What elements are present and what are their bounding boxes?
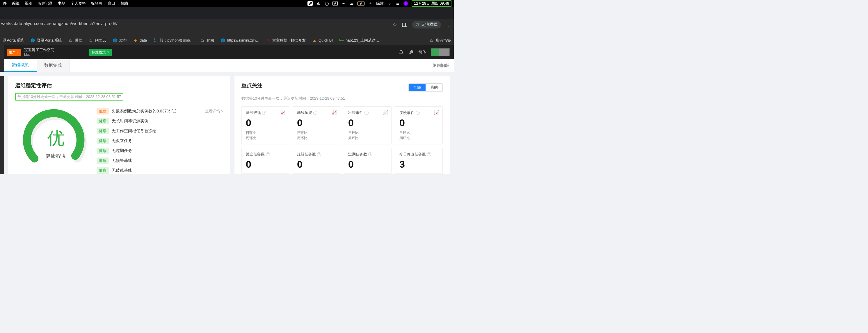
bookmark-hao123[interactable]: haohao123_上网从这… xyxy=(339,38,379,43)
health-gauge: 优 健康程度 xyxy=(22,106,89,164)
help-icon[interactable]: ? xyxy=(365,111,369,115)
sidebar-collapse-stub[interactable] xyxy=(0,45,4,59)
workspace-name[interactable]: 宝宝馋了工作空间 bbcl xyxy=(24,48,54,57)
bookmark-portal1[interactable]: 录Portal系统 xyxy=(3,38,24,43)
folder-icon: 🗀 xyxy=(89,38,93,43)
system-clock[interactable]: 12月28日 周四 09:48 xyxy=(412,0,452,7)
toggle-mine[interactable]: 我的 xyxy=(426,84,442,91)
incognito-icon: ⚆ xyxy=(416,22,420,27)
tray-battery-icon[interactable]: ⚡ xyxy=(358,1,365,6)
tray-siri-icon[interactable] xyxy=(403,1,408,6)
bookmark-alimini[interactable]: 🌐https://alimini.zjlh… xyxy=(220,38,259,43)
row-text: 无工作空间根任务被冻结 xyxy=(112,128,156,134)
env-tag-prod: 生产 ↑↓ xyxy=(7,49,21,56)
tray-wifi-icon[interactable]: ⌔ xyxy=(368,1,373,6)
tray-search-icon[interactable]: ⌕ xyxy=(387,1,392,6)
stability-row: 健康无长时间等资源实例 xyxy=(97,116,223,126)
card-value: 3 xyxy=(399,159,438,170)
stability-row: 健康无工作空间根任务被冻结 xyxy=(97,126,223,136)
bookmark-portal2[interactable]: 🌐登录Portal系统 xyxy=(31,38,62,43)
card-frozen-tasks[interactable]: 冻结任务数? 0 xyxy=(292,148,340,174)
help-icon[interactable]: ? xyxy=(368,152,372,156)
tray-icon-w[interactable]: W xyxy=(307,1,313,6)
chart-icon[interactable]: 📈 xyxy=(383,110,388,115)
menu-edit[interactable]: 编辑 xyxy=(12,1,20,6)
settings-icon[interactable] xyxy=(408,50,414,55)
chart-icon[interactable]: 📈 xyxy=(280,110,285,115)
help-icon[interactable]: ? xyxy=(313,111,317,115)
chart-icon[interactable]: 📈 xyxy=(332,110,337,115)
card-error-events[interactable]: 出错事件? 📈 0 日环比 –周环比 – xyxy=(344,106,392,144)
bookmark-data[interactable]: ◆data xyxy=(133,38,147,43)
bookmark-baobao[interactable]: ✕宝宝数据 | 数据开发 xyxy=(266,38,306,43)
help-icon[interactable]: ? xyxy=(262,111,266,115)
bookmark-quickbi[interactable]: ☁Quick BI xyxy=(312,38,333,43)
chrome-menu-icon[interactable]: ⋮ xyxy=(446,22,451,28)
menu-window[interactable]: 窗口 xyxy=(107,1,115,6)
bookmark-crawler[interactable]: 🗀爬虫 xyxy=(200,38,214,43)
tab-ops-overview[interactable]: 运维概览 xyxy=(4,59,37,72)
user-avatar[interactable] xyxy=(431,48,450,56)
tab-data-integration[interactable]: 数据集成 xyxy=(37,59,69,72)
toggle-all[interactable]: 全部 xyxy=(409,84,426,91)
help-icon[interactable]: ? xyxy=(266,152,270,156)
sidebar-stub[interactable] xyxy=(0,59,4,72)
bookmark-wechat[interactable]: 🗀微信 xyxy=(68,38,82,43)
card-orphan-tasks[interactable]: 孤立任务数? 0 xyxy=(242,148,289,174)
panel-toggle-icon[interactable] xyxy=(402,23,407,27)
row-text: 无预警基线 xyxy=(112,158,132,163)
tray-control-center-icon[interactable]: ☰ xyxy=(395,1,400,6)
row-text: 无破线基线 xyxy=(112,168,132,173)
card-expired-tasks[interactable]: 过期任务数? 0 xyxy=(344,148,392,174)
tray-headphones-icon[interactable]: ◯ xyxy=(324,1,329,6)
address-bar-url[interactable]: works.data.aliyun.com/cn-hangzhou/workbe… xyxy=(0,21,118,26)
card-slow-events[interactable]: 变慢事件? 📈 0 日环比 –周环比 – xyxy=(395,106,443,144)
swap-icon: ↑↓ xyxy=(17,51,20,54)
view-detail-link[interactable]: 查看详情 > xyxy=(205,109,223,114)
tray-bluetooth-icon[interactable]: ⚹ xyxy=(341,1,346,6)
menu-file[interactable]: 件 xyxy=(3,1,7,6)
globe-icon: 🌐 xyxy=(113,38,118,43)
tray-user-name[interactable]: 陈炜 xyxy=(376,1,384,6)
focus-title: 重点关注 xyxy=(242,82,262,89)
menu-history[interactable]: 历史记录 xyxy=(37,1,53,6)
help-icon[interactable]: ? xyxy=(317,152,321,156)
focus-scope-toggle[interactable]: 全部 我的 xyxy=(408,84,443,92)
back-to-old-version[interactable]: 返回旧版 xyxy=(428,59,454,72)
sidebar-stub-lower[interactable] xyxy=(0,76,4,174)
app-header: 生产 ↑↓ 宝宝馋了工作空间 bbcl 标准模式 ▼ 简体 xyxy=(0,45,454,59)
bookmark-star-icon[interactable]: ☆ xyxy=(393,22,397,28)
menu-view[interactable]: 视图 xyxy=(25,1,32,6)
tray-icon-shield[interactable]: ◐ xyxy=(316,1,321,6)
card-today-modified[interactable]: 今日修改任务数? 3 xyxy=(395,148,443,174)
row-text: 无孤立任务 xyxy=(112,138,132,143)
menu-tabs[interactable]: 标签页 xyxy=(91,1,102,6)
focus-cards-top: 基线破线? 📈 0 日环比 –周环比 – 基线预警? 📈 0 日环比 –周环比 … xyxy=(242,106,443,144)
globe-icon: 🌐 xyxy=(220,38,225,43)
focus-update-note: 数据每10分钟更新一次，最近更新时间：2023-12-28 09:47:51 xyxy=(242,96,443,101)
bookmark-aliyun[interactable]: 🗀阿里云 xyxy=(89,38,106,43)
bookmark-publish[interactable]: 🌐发布 xyxy=(113,38,127,43)
bookmark-python[interactable]: 知转：python项目部… xyxy=(153,38,194,43)
chevron-down-icon: ▼ xyxy=(107,51,110,54)
tray-input-icon[interactable]: A xyxy=(333,1,338,6)
menu-help[interactable]: 帮助 xyxy=(120,1,128,6)
chart-icon[interactable]: 📈 xyxy=(434,110,439,115)
help-icon[interactable]: ? xyxy=(416,111,420,115)
menu-bookmarks[interactable]: 书签 xyxy=(58,1,65,6)
stability-rows: 低危 失败实例数为总实例数的0.037% (1) 查看详情 > 健康无长时间等资… xyxy=(97,106,223,174)
menu-profiles[interactable]: 个人资料 xyxy=(71,1,86,6)
incognito-badge[interactable]: ⚆ 无痕模式 xyxy=(412,21,441,29)
mode-selector[interactable]: 标准模式 ▼ xyxy=(89,49,112,56)
card-value: 0 xyxy=(246,117,285,128)
tag-healthy: 健康 xyxy=(97,128,109,134)
help-icon[interactable]: ? xyxy=(427,152,431,156)
chrome-toolbar: works.data.aliyun.com/cn-hangzhou/workbe… xyxy=(0,19,454,35)
bookmark-all[interactable]: 🗀所有书签 xyxy=(429,38,451,43)
tray-wechat-icon[interactable]: ☁ xyxy=(349,1,354,6)
bell-icon[interactable] xyxy=(399,50,404,55)
tag-healthy: 健康 xyxy=(97,118,109,124)
card-baseline-warning[interactable]: 基线预警? 📈 0 日环比 –周环比 – xyxy=(292,106,340,144)
lang-toggle[interactable]: 简体 xyxy=(418,50,427,55)
card-baseline-broken[interactable]: 基线破线? 📈 0 日环比 –周环比 – xyxy=(242,106,289,144)
